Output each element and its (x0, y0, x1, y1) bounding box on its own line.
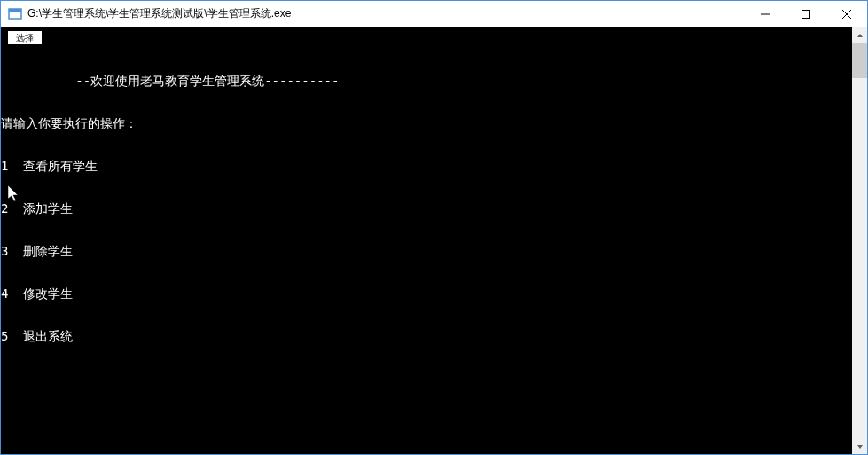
scroll-up-button[interactable] (852, 27, 867, 43)
menu-item-3: 3 删除学生 (1, 244, 852, 258)
menu-item-4: 4 修改学生 (1, 286, 852, 301)
menu-item-1: 1 查看所有学生 (1, 159, 852, 173)
scroll-track[interactable] (852, 43, 867, 439)
svg-rect-3 (802, 10, 810, 18)
minimize-button[interactable] (745, 1, 786, 27)
vertical-scrollbar[interactable] (852, 27, 867, 454)
banner-text: --欢迎使用老马教育学生管理系统---------- (75, 74, 339, 88)
window-title: G:\学生管理系统\学生管理系统测试版\学生管理系统.exe (27, 6, 745, 21)
menu-item-5: 5 退出系统 (1, 329, 852, 343)
prompt-line: 请输入你要执行的操作： (1, 116, 852, 130)
titlebar[interactable]: G:\学生管理系统\学生管理系统测试版\学生管理系统.exe (1, 1, 867, 27)
selection-indicator: 选择 (8, 31, 42, 44)
maximize-button[interactable] (786, 1, 826, 27)
scroll-down-button[interactable] (852, 439, 867, 454)
close-button[interactable] (826, 1, 867, 27)
scroll-thumb[interactable] (852, 43, 867, 78)
svg-marker-6 (857, 34, 863, 37)
menu-item-2: 2 添加学生 (1, 201, 852, 216)
svg-marker-7 (857, 445, 863, 449)
app-icon (8, 7, 22, 21)
app-window: G:\学生管理系统\学生管理系统测试版\学生管理系统.exe 选择 ------… (0, 0, 868, 455)
svg-rect-1 (9, 9, 21, 12)
window-controls (745, 1, 867, 27)
console-area: 选择 ------------欢迎使用老马教育学生管理系统---------- … (1, 27, 867, 454)
console-output[interactable]: 选择 ------------欢迎使用老马教育学生管理系统---------- … (1, 27, 852, 454)
